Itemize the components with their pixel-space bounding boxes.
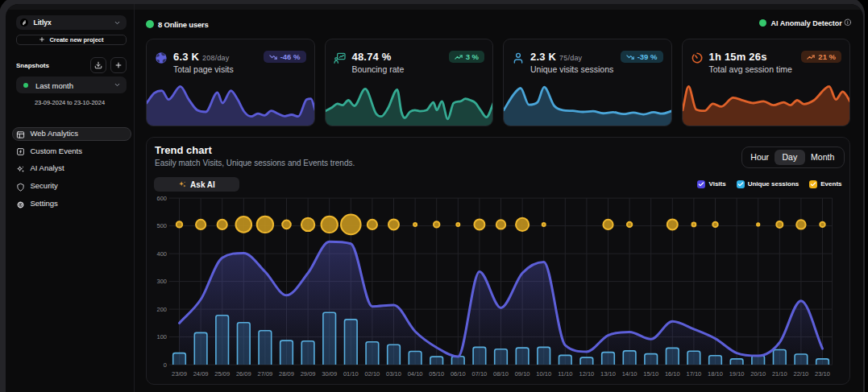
svg-text:500: 500: [156, 222, 167, 229]
svg-text:03/10: 03/10: [386, 370, 401, 378]
svg-text:20/10: 20/10: [750, 370, 766, 378]
svg-text:09/10: 09/10: [515, 370, 530, 378]
svg-text:04/10: 04/10: [408, 370, 423, 378]
svg-text:29/09: 29/09: [301, 370, 316, 378]
svg-text:24/09: 24/09: [193, 370, 209, 378]
svg-text:01/10: 01/10: [343, 370, 359, 378]
svg-text:17/10: 17/10: [687, 370, 702, 378]
svg-text:200: 200: [156, 305, 167, 312]
svg-text:21/10: 21/10: [772, 370, 787, 378]
svg-text:600: 600: [156, 194, 167, 201]
svg-text:07/10: 07/10: [472, 370, 488, 378]
svg-text:12/10: 12/10: [579, 370, 595, 378]
svg-text:13/10: 13/10: [600, 370, 616, 378]
svg-text:100: 100: [156, 333, 167, 340]
svg-text:30/09: 30/09: [322, 370, 337, 378]
svg-text:400: 400: [156, 250, 167, 257]
svg-text:23/10: 23/10: [815, 370, 830, 378]
svg-text:18/10: 18/10: [708, 370, 723, 378]
svg-text:14/10: 14/10: [622, 370, 638, 378]
svg-text:19/10: 19/10: [729, 370, 745, 378]
svg-text:25/09: 25/09: [214, 370, 230, 378]
svg-text:08/10: 08/10: [493, 370, 509, 378]
svg-text:300: 300: [156, 278, 167, 285]
svg-text:23/09: 23/09: [172, 370, 187, 378]
svg-text:05/10: 05/10: [429, 370, 444, 378]
svg-text:10/10: 10/10: [536, 370, 551, 378]
svg-text:26/09: 26/09: [236, 370, 251, 378]
svg-text:16/10: 16/10: [665, 370, 680, 378]
svg-text:06/10: 06/10: [451, 370, 466, 378]
svg-text:02/10: 02/10: [365, 370, 380, 378]
svg-text:0: 0: [164, 361, 167, 368]
svg-text:15/10: 15/10: [643, 370, 658, 378]
svg-text:22/10: 22/10: [794, 370, 809, 378]
svg-text:27/09: 27/09: [258, 370, 273, 378]
svg-text:11/10: 11/10: [558, 370, 572, 378]
svg-text:28/09: 28/09: [279, 370, 294, 378]
